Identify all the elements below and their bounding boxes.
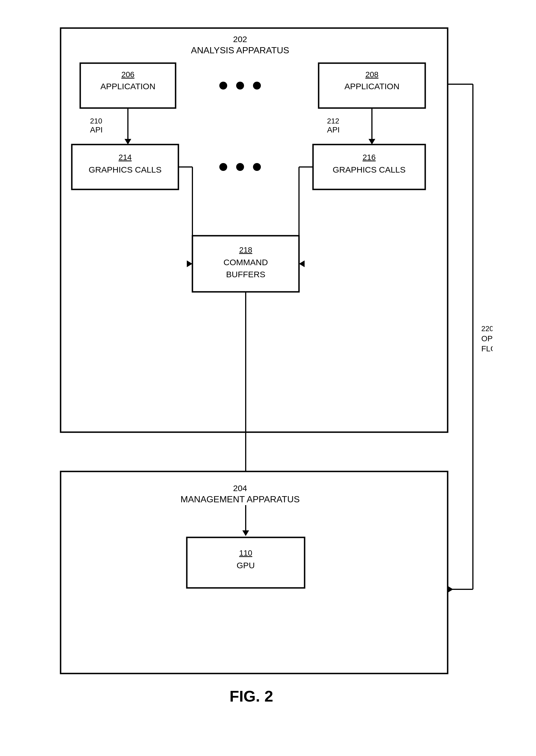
app206-ref: 206	[121, 70, 134, 79]
api210-label: API	[90, 125, 103, 134]
mgmt-to-gpu-arrow	[242, 531, 249, 536]
gc216-ref: 216	[362, 153, 376, 162]
floor-bracket-arrow	[448, 586, 453, 593]
app208-ref: 208	[365, 70, 378, 79]
gpu110-ref: 110	[239, 549, 252, 557]
api212-label: API	[327, 125, 340, 134]
app208-label: APPLICATION	[344, 82, 399, 91]
floor-label1: OPERATIONAL	[481, 334, 492, 343]
api210-arrowhead	[124, 139, 131, 145]
cmd218-label1: COMMAND	[223, 258, 268, 267]
diagram-container: 202 ANALYSIS APPARATUS 206 APPLICATION 2…	[44, 17, 492, 718]
mgmt-label: MANAGEMENT APPARATUS	[180, 494, 300, 504]
gc216-to-cmd-arrow	[299, 260, 305, 267]
gc214-ref: 214	[118, 153, 132, 162]
cmd218-label2: BUFFERS	[226, 270, 265, 279]
api212-arrowhead	[369, 139, 375, 145]
mgmt-ref: 204	[233, 484, 247, 493]
fig-label: FIG. 2	[229, 687, 273, 705]
gpu110-label: GPU	[236, 561, 255, 570]
gc216-label: GRAPHICS CALLS	[332, 165, 405, 174]
dot1	[219, 82, 227, 89]
dot6	[253, 163, 261, 171]
main-diagram-svg: 202 ANALYSIS APPARATUS 206 APPLICATION 2…	[44, 17, 492, 718]
dot3	[253, 82, 261, 89]
gc214-to-cmd-arrow	[187, 260, 192, 267]
cmd218-ref: 218	[239, 246, 252, 254]
gc214-label: GRAPHICS CALLS	[88, 165, 161, 174]
floor-label2: FLOOR	[481, 344, 492, 353]
dot5	[236, 163, 244, 171]
analysis-ref: 202	[233, 35, 247, 44]
api210-ref: 210	[90, 117, 102, 125]
analysis-label: ANALYSIS APPARATUS	[191, 45, 289, 55]
dot2	[236, 82, 244, 89]
dot4	[219, 163, 227, 171]
api212-ref: 212	[327, 117, 339, 125]
floor-ref: 220	[481, 325, 492, 333]
app206-label: APPLICATION	[100, 82, 155, 91]
